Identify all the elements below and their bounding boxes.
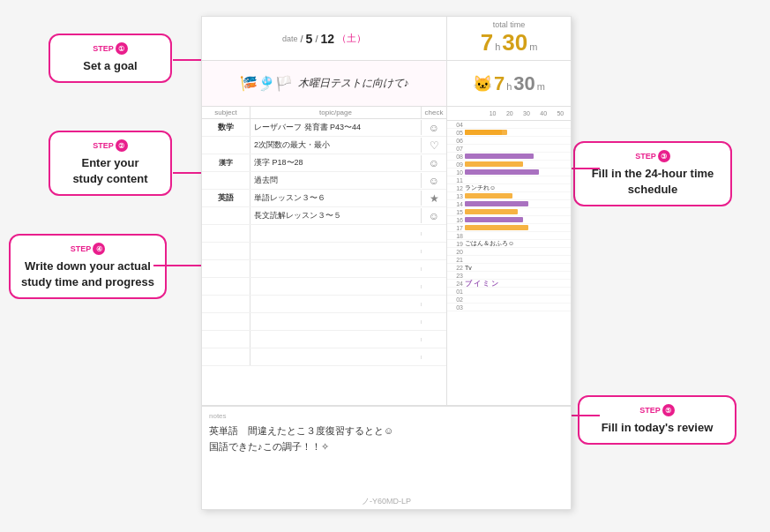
step5-text: Fill in today's review (590, 420, 724, 436)
step5-num: ⑤ (662, 404, 675, 416)
bar-area (465, 217, 571, 223)
time-m-unit: m (529, 41, 537, 52)
step2-label: STEP (93, 141, 114, 150)
schedule-row: 15 (447, 208, 571, 216)
study-row: 数学 レーザバーフ 発育書 P43〜44 ☺ (202, 119, 446, 137)
goal-left: 🎏🎐🏳️ 木曜日テストに向けて♪ (202, 61, 447, 106)
goal-text: 木曜日テストに向けて♪ (298, 76, 409, 91)
schedule-row: 19 ごはん＆おふろ☺ (447, 240, 571, 248)
study-table-section: subject topic/page check 数学 レーザバーフ 発育書 P… (202, 107, 571, 406)
schedule-row: 14 (447, 200, 571, 208)
schedule-row: 01 (447, 288, 571, 296)
connector-step2 (173, 172, 201, 174)
connector-step4 (153, 265, 201, 266)
bar-area (465, 146, 571, 152)
time-display: 7 h 30 m (481, 29, 538, 56)
goal-time-h: 7 (494, 72, 505, 95)
slash1: / (301, 34, 303, 44)
step1-text: Set a goal (61, 58, 160, 74)
study-row: 長文読解レッスン３〜５ ☺ (202, 207, 446, 225)
study-row: 過去問 ☺ (202, 172, 446, 190)
schedule-row: 02 (447, 296, 571, 303)
step1-num: ① (116, 42, 128, 55)
topic-cell: 漢字 P18〜28 (250, 155, 422, 170)
study-row-empty (202, 296, 446, 313)
step5-label: STEP (639, 406, 661, 415)
step2-box: STEP ② Enter your study content (49, 131, 172, 196)
study-row-empty (202, 313, 446, 331)
study-row: 漢字 漢字 P18〜28 ☺ (202, 154, 446, 172)
bar-area: ブイミン (465, 281, 571, 287)
step4-label: STEP (71, 244, 92, 253)
total-time-label: total time (493, 20, 526, 29)
goal-decorations: 🎏🎐🏳️ (240, 75, 293, 92)
study-table: subject topic/page check 数学 レーザバーフ 発育書 P… (202, 107, 447, 405)
bar-area (465, 161, 571, 168)
step1-label: STEP (93, 44, 114, 53)
col-subject-header: subject (202, 107, 250, 118)
bar-area (465, 130, 571, 136)
step4-box: STEP ④ Write down your actual study time… (9, 234, 167, 299)
schedule-row: 04 (447, 121, 571, 129)
notes-line2: 国語できた♪この調子！！✧ (209, 439, 564, 455)
subject-cell: 英語 (202, 190, 250, 206)
topic-cell: 長文読解レッスン３〜５ (250, 208, 422, 223)
topic-cell: 2次関数の最大・最小 (250, 138, 422, 153)
date-month: 5 (306, 32, 313, 46)
bar-area: ランチれ☺ (465, 185, 571, 191)
step3-box: STEP ③ Fill in the 24-hour time schedule (573, 141, 732, 206)
goal-section: 🎏🎐🏳️ 木曜日テストに向けて♪ 🐱 7 h 30 m (202, 61, 571, 107)
subject-cell: 漢字 (202, 154, 250, 171)
bar-area (465, 225, 571, 231)
study-row-empty (202, 260, 446, 278)
study-row-empty (202, 348, 446, 366)
bar-area (465, 193, 571, 199)
bar-area (465, 288, 571, 295)
connector-step3 (572, 168, 600, 169)
subject-cell: 数学 (202, 119, 250, 136)
check-cell: ☺ (422, 208, 446, 224)
step2-num: ② (116, 139, 128, 152)
step5-box: STEP ⑤ Fill in today's review (578, 395, 736, 445)
bar-area (465, 169, 571, 176)
date-label: date (282, 34, 298, 43)
step1-badge: STEP ① (61, 42, 160, 55)
bar-area (465, 249, 571, 255)
schedule-row: 12 ランチれ☺ (447, 184, 571, 192)
connector-step1 (173, 59, 201, 61)
check-cell: ☺ (422, 173, 446, 189)
planner-footer: ノ-Y60MD-LP (202, 494, 571, 509)
study-row-empty (202, 278, 446, 296)
step2-text: Enter your study content (61, 155, 160, 187)
step1-box: STEP ① Set a goal (49, 34, 172, 83)
check-cell: ★ (422, 191, 446, 206)
bar-area (465, 138, 571, 144)
step4-badge: STEP ④ (21, 243, 154, 255)
step3-label: STEP (635, 152, 656, 161)
schedule-row: 13 (447, 192, 571, 200)
schedule-row: 20 (447, 248, 571, 256)
notes-section: notes 英単語 間違えたとこ３度復習するとと☺ 国語できた♪この調子！！✧ (202, 406, 571, 494)
bar-area (465, 209, 571, 215)
goal-time-m: 30 (513, 72, 535, 95)
bar-area (465, 154, 571, 160)
study-row-empty (202, 243, 446, 260)
study-row: 2次関数の最大・最小 ♡ (202, 137, 446, 154)
bar-area: ごはん＆おふろ☺ (465, 241, 571, 247)
schedule-header-nums: 10 20 30 40 50 (467, 109, 569, 118)
schedule-row: 09 (447, 161, 571, 169)
schedule-row: 05 (447, 129, 571, 137)
date-dayofweek: （土） (337, 32, 366, 45)
study-table-header: subject topic/page check (202, 107, 446, 119)
schedule-row: 03 (447, 303, 571, 311)
schedule-row: 06 (447, 137, 571, 145)
date-section: date / 5 / 12 （土） (202, 17, 447, 60)
study-row: 英語 単語レッスン３〜６ ★ (202, 190, 446, 207)
col-topic-header: topic/page (250, 107, 422, 118)
subject-cell (202, 137, 250, 154)
schedule-row: 10 (447, 169, 571, 176)
notes-content: 英単語 間違えたとこ３度復習するとと☺ 国語できた♪この調子！！✧ (209, 423, 564, 454)
goal-time-m-unit: m (537, 81, 545, 92)
time-mins: 30 (502, 29, 527, 56)
total-time-section: total time 7 h 30 m (447, 17, 571, 60)
